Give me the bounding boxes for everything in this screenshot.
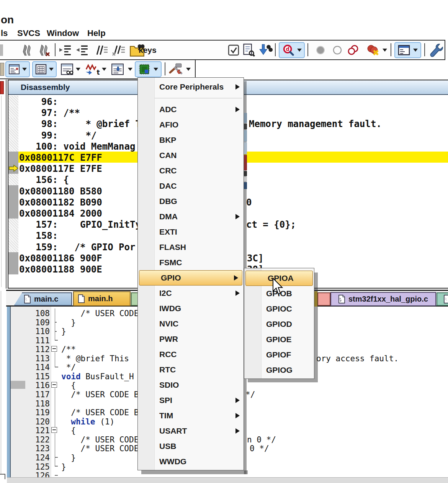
background-sliver	[244, 177, 247, 181]
enable-disable-breakpoints-icon[interactable]	[347, 45, 361, 55]
menu-item-label: FLASH	[159, 240, 186, 255]
find-in-document-icon[interactable]	[242, 43, 255, 57]
menu-item-label: GPIOE	[266, 332, 292, 347]
fold-collapse-icon[interactable]	[51, 427, 57, 433]
menu-item-core-peripherals[interactable]: Core Peripherals	[138, 79, 244, 95]
clear-bookmarks-icon[interactable]	[37, 44, 51, 57]
menu-item-fsmc[interactable]: FSMC	[138, 255, 244, 270]
breakpoint-disabled-icon[interactable]	[332, 45, 342, 55]
tab-stm32f1xx-hal-gpio-c[interactable]: stm32f1xx_hal_gpio.c	[330, 292, 436, 306]
analyzer-dropdown-icon[interactable]	[102, 68, 106, 71]
menu-item-rcc[interactable]: RCC	[138, 347, 244, 362]
menu-item-dac[interactable]: DAC	[138, 178, 244, 194]
find-next-icon[interactable]	[258, 44, 273, 57]
menu-item-crc[interactable]: CRC	[138, 163, 244, 178]
menu-item-gpio[interactable]: GPIO	[139, 270, 242, 286]
window-layout-button[interactable]	[394, 42, 421, 58]
tab-partial-pink[interactable]	[317, 292, 330, 306]
menu-item-gpiog[interactable]: GPIOG	[244, 362, 314, 378]
start-debug-session-button[interactable]: d	[279, 42, 305, 58]
menu-item-dbg[interactable]: DBG	[138, 194, 244, 209]
code-text: {	[61, 381, 76, 390]
insert-bookmark-icon[interactable]	[20, 44, 34, 57]
menu-item-label: PWR	[159, 331, 178, 347]
menu-separator	[138, 95, 244, 102]
menubar-item-svcs[interactable]: SVCS	[17, 28, 40, 38]
menu-item-flash[interactable]: FLASH	[138, 240, 244, 255]
serial-window-icon[interactable]	[111, 63, 124, 75]
menu-item-adc[interactable]: ADC	[138, 102, 244, 117]
system-viewer-dropdown-icon[interactable]	[154, 68, 158, 71]
menu-item-rtc[interactable]: RTC	[138, 362, 244, 377]
uncomment-selection-icon[interactable]	[111, 44, 126, 56]
line-number: 124	[11, 453, 50, 462]
code-text-fragment: 0 */	[250, 444, 269, 453]
menu-item-can[interactable]: CAN	[138, 148, 244, 163]
fold-collapse-icon[interactable]	[51, 346, 57, 352]
watch-window-icon[interactable]	[60, 63, 74, 75]
menu-item-label: WWDG	[159, 454, 186, 469]
indent-icon[interactable]	[58, 44, 73, 56]
tab-label: stm32f1xx_hal_gpio.c	[348, 295, 428, 304]
layout-dropdown-icon[interactable]	[413, 49, 418, 52]
disassembly-text: 0x08001182 B090	[19, 197, 102, 208]
breakpoints-dropdown-icon[interactable]	[383, 49, 387, 52]
memory-window-button[interactable]	[32, 61, 57, 77]
menu-item-wwdg[interactable]: WWDG	[138, 454, 244, 469]
fold-collapse-icon[interactable]	[51, 382, 57, 388]
menubar-item-window[interactable]: Window	[47, 28, 79, 38]
kill-all-breakpoints-icon[interactable]	[366, 44, 381, 56]
toolbar-separator	[275, 43, 276, 56]
logic-analyzer-icon[interactable]: t	[85, 63, 100, 76]
tab-partial-right[interactable]	[437, 292, 448, 306]
menu-item-sdio[interactable]: SDIO	[138, 377, 244, 393]
system-viewer-button[interactable]	[135, 61, 162, 77]
disassembly-text: 0x0800117E E7FE	[19, 163, 102, 174]
disassembly-gutter	[8, 129, 18, 140]
menu-item-tim[interactable]: TIM	[138, 408, 244, 423]
disassembly-text: 0x0800117C E7FF	[19, 152, 102, 163]
tab-main-h[interactable]: main.h	[73, 291, 131, 306]
menu-item-bkp[interactable]: BKP	[138, 132, 244, 148]
disassembly-gutter	[8, 107, 18, 118]
tab-main-c[interactable]: main.c	[14, 292, 72, 306]
code-text: /* USER CODE	[61, 309, 139, 318]
disassembly-window-button[interactable]	[5, 61, 30, 77]
menu-item-pwr[interactable]: PWR	[138, 331, 244, 347]
horizontal-scrollbar[interactable]	[7, 477, 448, 483]
menu-item-label: GPIOF	[266, 347, 291, 362]
menu-item-gpioe[interactable]: GPIOE	[244, 332, 314, 347]
checklist-icon[interactable]	[228, 44, 239, 56]
unindent-icon[interactable]	[75, 44, 90, 56]
disassembly-text: 159: /* GPIO Por	[19, 242, 135, 253]
memory-dropdown-icon[interactable]	[49, 68, 54, 71]
menu-item-usart[interactable]: USART	[138, 423, 244, 439]
menu-item-exti[interactable]: EXTI	[138, 224, 244, 240]
menubar-item-help[interactable]: Help	[87, 28, 106, 38]
menu-item-gpiod[interactable]: GPIOD	[244, 317, 314, 332]
menu-item-gpioc[interactable]: GPIOC	[244, 301, 314, 317]
comment-selection-icon[interactable]	[94, 44, 109, 56]
disassembly-dropdown-icon[interactable]	[22, 68, 27, 71]
breakpoint-gray-icon[interactable]	[316, 45, 325, 55]
menu-item-usb[interactable]: USB	[138, 439, 244, 454]
watch-dropdown-icon[interactable]	[76, 68, 80, 71]
menu-item-gpiof[interactable]: GPIOF	[244, 347, 314, 362]
toolbox-icon[interactable]	[168, 63, 184, 76]
configure-wrench-icon[interactable]	[428, 43, 443, 57]
menu-item-dma[interactable]: DMA	[138, 209, 244, 224]
debug-dropdown-icon[interactable]	[297, 49, 302, 52]
serial-dropdown-icon[interactable]	[128, 68, 132, 71]
search-keyword-value[interactable]: keys	[139, 46, 157, 55]
menu-item-iwdg[interactable]: IWDG	[138, 301, 244, 316]
menu-item-nvic[interactable]: NVIC	[138, 316, 244, 331]
menubar-item-ls[interactable]: ls	[1, 28, 8, 38]
menu-item-i2c[interactable]: I2C	[138, 286, 244, 301]
menu-item-afio[interactable]: AFIO	[138, 117, 244, 132]
menu-item-spi[interactable]: SPI	[138, 393, 244, 408]
toolbox-dropdown-icon[interactable]	[186, 68, 191, 71]
disassembly-gutter	[8, 96, 18, 107]
line-number: 111	[11, 336, 50, 345]
submenu-arrow-icon	[235, 290, 240, 296]
submenu-arrow-icon	[234, 275, 238, 281]
